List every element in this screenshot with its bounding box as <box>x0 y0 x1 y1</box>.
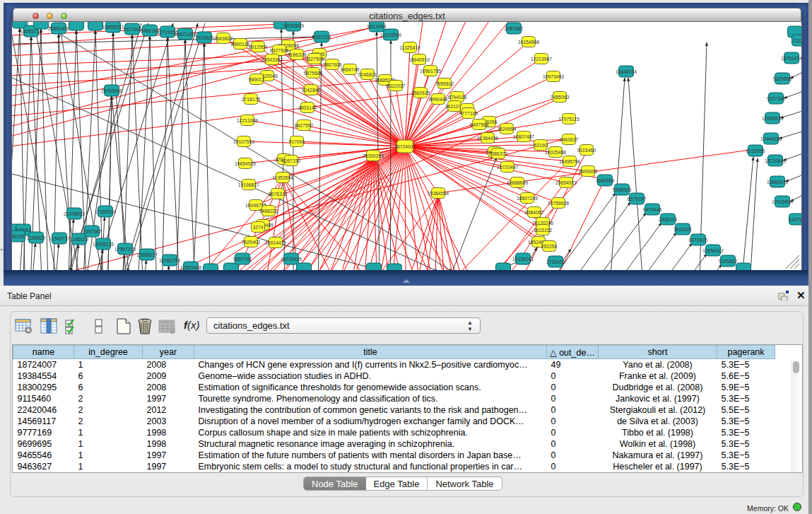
svg-text:116753: 116753 <box>789 217 801 222</box>
svg-text:9699695: 9699695 <box>579 169 598 174</box>
svg-text:20206533: 20206533 <box>64 211 85 216</box>
svg-text:8990448: 8990448 <box>429 97 448 102</box>
svg-text:8678332: 8678332 <box>269 192 288 197</box>
svg-text:9115460: 9115460 <box>577 148 596 153</box>
svg-text:12213389: 12213389 <box>237 118 258 123</box>
svg-text:917006: 917006 <box>289 139 305 144</box>
svg-text:10025488: 10025488 <box>545 150 566 155</box>
svg-text:17016504: 17016504 <box>772 199 793 204</box>
svg-text:8912954: 8912954 <box>249 45 268 49</box>
svg-text:9498222: 9498222 <box>259 209 278 214</box>
svg-text:9777169: 9777169 <box>459 111 478 116</box>
svg-text:7515526: 7515526 <box>195 35 214 40</box>
svg-text:20691406: 20691406 <box>48 26 69 31</box>
svg-text:2935114: 2935114 <box>659 217 677 222</box>
svg-text:25300293: 25300293 <box>363 153 384 158</box>
svg-text:9327505: 9327505 <box>270 48 289 53</box>
svg-text:9327506: 9327506 <box>305 57 324 62</box>
svg-text:14136141: 14136141 <box>512 257 534 262</box>
svg-text:8186328: 8186328 <box>288 52 307 57</box>
svg-text:3624554: 3624554 <box>498 127 517 132</box>
svg-text:6497568: 6497568 <box>470 122 489 127</box>
svg-text:1145119: 1145119 <box>70 237 88 242</box>
svg-text:16914479: 16914479 <box>265 240 286 245</box>
svg-text:9146821: 9146821 <box>358 72 377 77</box>
svg-text:9463627: 9463627 <box>560 137 579 142</box>
svg-text:7357224: 7357224 <box>312 35 331 40</box>
svg-text:19218596: 19218596 <box>380 33 401 37</box>
svg-text:39159: 39159 <box>12 234 25 239</box>
svg-text:1527602: 1527602 <box>123 27 142 32</box>
svg-text:12444156: 12444156 <box>760 136 782 141</box>
svg-text:8471626: 8471626 <box>689 238 708 243</box>
svg-text:7632621: 7632621 <box>673 227 693 232</box>
svg-text:2718176: 2718176 <box>242 97 261 102</box>
svg-text:16648784: 16648784 <box>616 69 637 74</box>
svg-text:252254: 252254 <box>541 244 558 249</box>
svg-text:9397587: 9397587 <box>83 229 102 234</box>
svg-text:11353594: 11353594 <box>272 175 293 180</box>
svg-text:1733426: 1733426 <box>546 259 565 264</box>
svg-text:16033809: 16033809 <box>283 23 304 28</box>
svg-text:17359924: 17359924 <box>95 209 116 214</box>
svg-text:16671355: 16671355 <box>175 32 196 37</box>
svg-text:8215955: 8215955 <box>746 148 765 153</box>
svg-text:10807487: 10807487 <box>513 134 534 139</box>
svg-text:16958117: 16958117 <box>136 252 158 257</box>
svg-text:19384554: 19384554 <box>428 191 449 196</box>
svg-text:18724007: 18724007 <box>394 144 416 149</box>
svg-text:12093873: 12093873 <box>762 116 783 121</box>
svg-text:7386372: 7386372 <box>489 151 508 156</box>
svg-text:2867608: 2867608 <box>323 62 342 67</box>
svg-text:17957275: 17957275 <box>114 247 136 252</box>
svg-text:10973493: 10973493 <box>543 74 564 79</box>
svg-text:12213967: 12213967 <box>531 57 552 62</box>
svg-text:16782759: 16782759 <box>159 258 180 263</box>
svg-text:18640910: 18640910 <box>408 57 430 62</box>
svg-text:19654925: 19654925 <box>235 161 256 166</box>
svg-text:2803144: 2803144 <box>298 105 317 110</box>
svg-text:19751074: 19751074 <box>781 56 801 61</box>
svg-text:16210643: 16210643 <box>765 158 786 163</box>
svg-text:1562615: 1562615 <box>411 90 430 95</box>
svg-text:2087682: 2087682 <box>505 26 524 31</box>
svg-text:16543382: 16543382 <box>261 57 283 62</box>
svg-text:15716485: 15716485 <box>281 257 302 262</box>
svg-text:21364436: 21364436 <box>477 136 498 141</box>
svg-text:5875685: 5875685 <box>304 71 323 76</box>
svg-text:11325419: 11325419 <box>399 45 420 50</box>
svg-text:12342737: 12342737 <box>49 236 70 241</box>
svg-text:9474444: 9474444 <box>643 207 662 212</box>
svg-text:16495758: 16495758 <box>559 159 580 164</box>
svg-text:6679197: 6679197 <box>628 197 647 201</box>
svg-text:15692971: 15692971 <box>767 180 788 185</box>
svg-text:11123: 11123 <box>793 38 801 43</box>
svg-text:7663822: 7663822 <box>214 36 233 41</box>
svg-text:19166827: 19166827 <box>238 182 259 187</box>
svg-text:10107553: 10107553 <box>233 139 254 144</box>
svg-text:8322037: 8322037 <box>387 83 406 88</box>
svg-text:12923448: 12923448 <box>180 265 201 270</box>
svg-text:18055713: 18055713 <box>20 29 42 34</box>
svg-text:9242848: 9242848 <box>302 88 321 93</box>
svg-text:10961755: 10961755 <box>420 69 441 74</box>
svg-text:9245652: 9245652 <box>719 259 738 264</box>
svg-text:10688609: 10688609 <box>507 180 528 185</box>
svg-text:9084067: 9084067 <box>525 210 544 215</box>
svg-text:7955812: 7955812 <box>435 81 454 86</box>
svg-text:9657791: 9657791 <box>233 257 252 262</box>
svg-text:9329966: 9329966 <box>773 76 792 81</box>
svg-text:62160: 62160 <box>534 143 548 148</box>
svg-text:8960128: 8960128 <box>231 42 250 47</box>
svg-text:7485063: 7485063 <box>551 95 570 100</box>
svg-text:12905135: 12905135 <box>93 242 114 247</box>
svg-text:15720407: 15720407 <box>497 165 518 170</box>
svg-text:25053346: 25053346 <box>101 88 122 93</box>
svg-text:6794028: 6794028 <box>448 95 467 100</box>
svg-text:17975115: 17975115 <box>558 117 579 122</box>
svg-text:16154808: 16154808 <box>518 40 539 45</box>
svg-text:5938923: 5938923 <box>613 187 632 192</box>
svg-text:1640954: 1640954 <box>596 178 615 183</box>
svg-text:10654112: 10654112 <box>702 248 724 253</box>
svg-text:1156829: 1156829 <box>27 235 45 240</box>
